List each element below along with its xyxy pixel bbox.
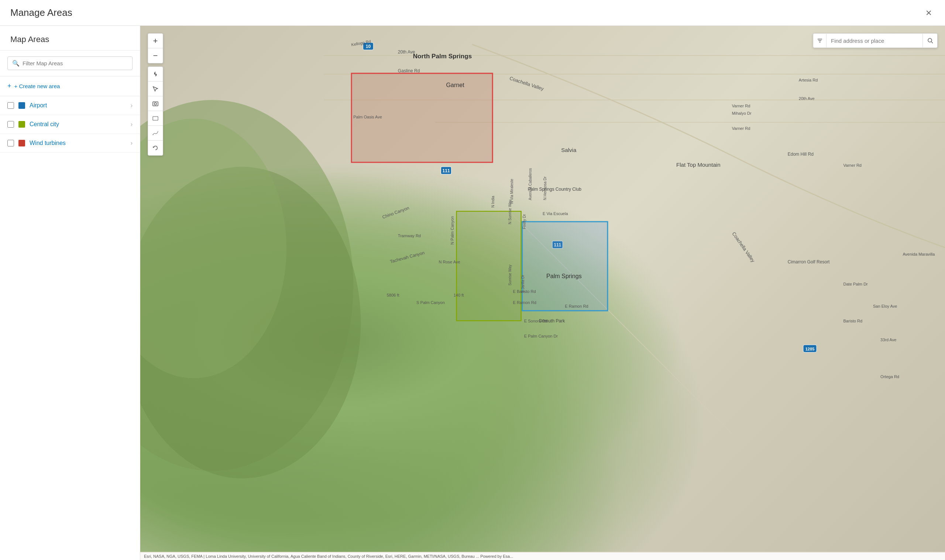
area-checkbox-airport[interactable] [8,102,14,109]
svg-text:E Ramon Rd: E Ramon Rd [565,304,588,308]
draw-toolbar [148,66,163,156]
svg-text:Avenida Caballeros: Avenida Caballeros [528,168,532,200]
sidebar-title: Map Areas [0,26,140,51]
filter-input-wrap: 🔍 [8,57,133,70]
chevron-right-icon-central-city: › [131,121,133,128]
svg-rect-17 [522,222,607,311]
create-area-button[interactable]: + + Create new area [0,76,140,96]
svg-text:Mihalyo Dr: Mihalyo Dr [732,111,752,115]
svg-text:North Palm Springs: North Palm Springs [413,53,472,60]
svg-text:Salvia: Salvia [561,147,577,153]
area-checkbox-central-city[interactable] [8,121,14,128]
svg-point-68 [154,103,157,105]
zoom-controls: + − [148,33,163,63]
screenshot-button[interactable] [148,96,163,111]
filter-input[interactable] [23,60,128,66]
chevron-right-icon-wind-turbines: › [131,140,133,146]
area-list: Airport › Central city › Wind turbines › [0,96,140,560]
map-search-button[interactable] [922,33,937,48]
svg-text:S Jarilla Dr: S Jarilla Dr [521,274,525,293]
svg-text:Tramway Rd: Tramway Rd [398,234,421,238]
svg-text:Coachella Valley: Coachella Valley [731,231,756,263]
svg-text:Palm Springs: Palm Springs [546,272,582,279]
map-search-input[interactable] [826,38,922,44]
svg-text:Tachevah Canyon: Tachevah Canyon [390,250,425,264]
svg-text:Sunrise Way: Sunrise Way [508,265,512,286]
svg-text:Date Palm Dr: Date Palm Dr [843,282,868,286]
svg-text:Baristo Rd: Baristo Rd [843,319,863,323]
svg-text:5806 ft: 5806 ft [387,293,399,297]
svg-text:E Ramon Rd: E Ramon Rd [513,300,536,305]
svg-text:111: 111 [442,168,450,173]
attribution-text: Esri, NASA, NGA, USGS, FEMA | Loma Linda… [144,554,479,558]
area-name-airport: Airport [29,102,131,109]
svg-text:20th Ave: 20th Ave [398,49,415,55]
svg-text:Flat Top Mountain: Flat Top Mountain [676,162,721,168]
svg-text:Artesia Rd: Artesia Rd [799,78,818,82]
main-layout: Map Areas 🔍 + + Create new area Airport … [0,26,945,560]
map-container[interactable]: 10 111 111 1285 [140,26,945,560]
title-bar: Manage Areas × [0,0,945,26]
svg-text:Palm Oasis Ave: Palm Oasis Ave [353,115,382,119]
svg-text:Firefly Dr: Firefly Dr [522,214,526,229]
svg-rect-69 [153,117,158,120]
zoom-out-button[interactable]: − [148,48,163,63]
svg-text:Varner Rd: Varner Rd [843,163,862,168]
zoom-in-button[interactable]: + [148,34,163,48]
map-svg: 10 111 111 1285 [140,26,945,560]
svg-text:E Via Escuela: E Via Escuela [543,211,568,216]
map-search-filter-button[interactable] [813,33,826,48]
svg-text:Edom Hill Rd: Edom Hill Rd [788,152,814,157]
svg-point-70 [928,38,932,42]
search-icon: 🔍 [12,60,20,67]
svg-text:Varner Rd: Varner Rd [732,126,751,131]
svg-text:San Eloy Ave: San Eloy Ave [873,304,897,308]
area-item-central-city[interactable]: Central city › [0,115,140,134]
sidebar: Map Areas 🔍 + + Create new area Airport … [0,26,140,560]
svg-text:N Sunrise Way: N Sunrise Way [508,200,512,224]
svg-text:N Palm Canyon: N Palm Canyon [450,216,455,245]
map-search-bar [813,33,937,48]
undo-button[interactable] [148,140,163,155]
svg-text:20th Ave: 20th Ave [799,96,815,101]
map-attribution: Esri, NASA, NGA, USGS, FEMA | Loma Linda… [140,552,945,560]
svg-text:S Palm Canyon: S Palm Canyon [416,300,445,305]
area-swatch-wind-turbines [18,140,25,146]
svg-text:Palm Springs Country Club: Palm Springs Country Club [528,187,582,192]
svg-text:Chino Canyon: Chino Canyon [382,205,410,220]
svg-text:10: 10 [366,44,371,49]
area-name-wind-turbines: Wind turbines [29,140,131,146]
area-item-airport[interactable]: Airport › [0,96,140,115]
area-item-wind-turbines[interactable]: Wind turbines › [0,134,140,153]
svg-text:140 ft: 140 ft [454,293,464,297]
svg-text:Cimarron Golf Resort: Cimarron Golf Resort [788,259,830,265]
draw-rectangle-button[interactable] [148,111,163,126]
area-checkbox-wind-turbines[interactable] [8,140,14,146]
svg-text:Garnet: Garnet [446,82,465,88]
svg-text:Avenida Maravilla: Avenida Maravilla [903,252,935,256]
svg-text:33rd Ave: 33rd Ave [880,338,896,342]
select-button[interactable] [148,82,163,96]
svg-rect-67 [153,102,158,106]
svg-text:N Rose Ave: N Rose Ave [439,260,460,264]
svg-text:E Palm Canyon Dr: E Palm Canyon Dr [524,334,558,338]
navigate-button[interactable] [148,67,163,82]
svg-text:1285: 1285 [805,347,815,351]
app-container: Manage Areas × Map Areas 🔍 + + Create ne… [0,0,945,560]
area-name-central-city: Central city [29,121,131,128]
draw-freehand-button[interactable] [148,126,163,140]
svg-text:Gasline Rd: Gasline Rd [398,68,420,74]
svg-text:Coachella Valley: Coachella Valley [509,75,545,91]
filter-container: 🔍 [0,51,140,76]
area-swatch-central-city [18,121,25,128]
plus-icon: + [8,82,11,90]
create-area-label: + Create new area [14,83,60,89]
svg-text:Ortega Rd: Ortega Rd [880,374,899,379]
chevron-right-icon-airport: › [131,102,133,109]
attribution-end: Powered by Esa... [480,554,513,558]
area-swatch-airport [18,102,25,109]
svg-text:E Sonora Rd: E Sonora Rd [524,319,547,323]
close-button[interactable]: × [923,6,935,20]
svg-line-71 [931,42,933,43]
svg-text:N India: N India [491,195,495,207]
